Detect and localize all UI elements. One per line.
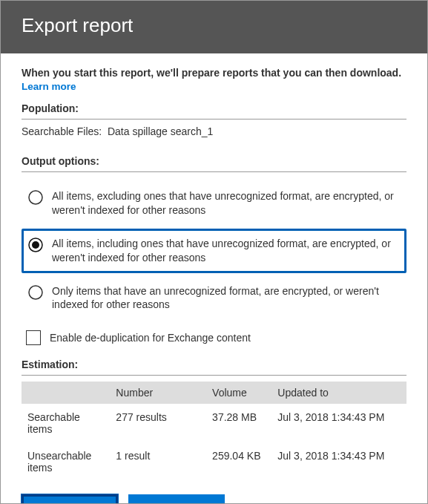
cell-volume: 37.28 MB bbox=[206, 408, 271, 438]
radio-label: All items, including ones that have unre… bbox=[52, 237, 400, 265]
population-row-label: Searchable Files: bbox=[22, 125, 102, 137]
radio-label: Only items that have an unrecognized for… bbox=[52, 284, 400, 312]
divider bbox=[22, 171, 406, 172]
divider bbox=[22, 375, 406, 376]
radio-unchecked-icon bbox=[28, 190, 43, 205]
cancel-button[interactable]: Cancel bbox=[128, 494, 225, 504]
generate-report-button[interactable]: Generate report bbox=[22, 494, 118, 504]
estimation-table: Number Volume Updated to Searchable item… bbox=[22, 382, 406, 481]
table-row: Unsearchable items 1 result 259.04 KB Ju… bbox=[22, 442, 406, 481]
cell-number: 1 result bbox=[110, 447, 206, 477]
table-body: Searchable items 277 results 37.28 MB Ju… bbox=[22, 404, 406, 481]
output-options-label: Output options: bbox=[22, 155, 406, 167]
cell-label: Searchable items bbox=[22, 408, 110, 438]
col-header-number: Number bbox=[110, 382, 206, 404]
checkbox-unchecked-icon bbox=[26, 330, 41, 345]
divider bbox=[22, 119, 406, 120]
radio-option-all-excluding[interactable]: All items, excluding ones that have unre… bbox=[22, 181, 406, 226]
radio-label: All items, excluding ones that have unre… bbox=[52, 189, 400, 217]
output-options-group: All items, excluding ones that have unre… bbox=[22, 181, 406, 356]
svg-point-0 bbox=[29, 191, 42, 204]
population-label: Population: bbox=[22, 102, 406, 114]
cell-label: Unsearchable items bbox=[22, 447, 110, 477]
dedup-checkbox-row[interactable]: Enable de-duplication for Exchange conte… bbox=[22, 323, 406, 356]
table-header: Number Volume Updated to bbox=[22, 382, 406, 404]
svg-point-3 bbox=[29, 286, 42, 299]
cell-updated: Jul 3, 2018 1:34:43 PM bbox=[271, 447, 406, 477]
svg-point-2 bbox=[32, 241, 39, 249]
cell-number: 277 results bbox=[110, 408, 206, 438]
learn-more-link[interactable]: Learn more bbox=[22, 81, 76, 92]
radio-option-all-including[interactable]: All items, including ones that have unre… bbox=[22, 229, 406, 273]
radio-option-only-unrecognized[interactable]: Only items that have an unrecognized for… bbox=[22, 276, 406, 321]
col-header-updated: Updated to bbox=[271, 382, 406, 404]
radio-unchecked-icon bbox=[28, 285, 43, 300]
col-header bbox=[22, 382, 110, 404]
checkbox-label: Enable de-duplication for Exchange conte… bbox=[50, 332, 251, 344]
table-row: Searchable items 277 results 37.28 MB Ju… bbox=[22, 404, 406, 442]
radio-checked-icon bbox=[28, 238, 43, 252]
dialog-title: Export report bbox=[22, 14, 133, 36]
estimation-label: Estimation: bbox=[22, 359, 406, 370]
dialog-content: When you start this report, we'll prepar… bbox=[1, 53, 427, 481]
cell-updated: Jul 3, 2018 1:34:43 PM bbox=[271, 408, 406, 438]
intro-text: When you start this report, we'll prepar… bbox=[22, 67, 406, 79]
col-header-volume: Volume bbox=[206, 382, 271, 404]
population-row-value: Data spillage search_1 bbox=[108, 125, 213, 137]
dialog-header: Export report bbox=[1, 1, 427, 53]
cell-volume: 259.04 KB bbox=[206, 447, 271, 477]
dialog-footer: Generate report Cancel bbox=[1, 481, 427, 504]
population-row: Searchable Files: Data spillage search_1 bbox=[22, 125, 406, 145]
